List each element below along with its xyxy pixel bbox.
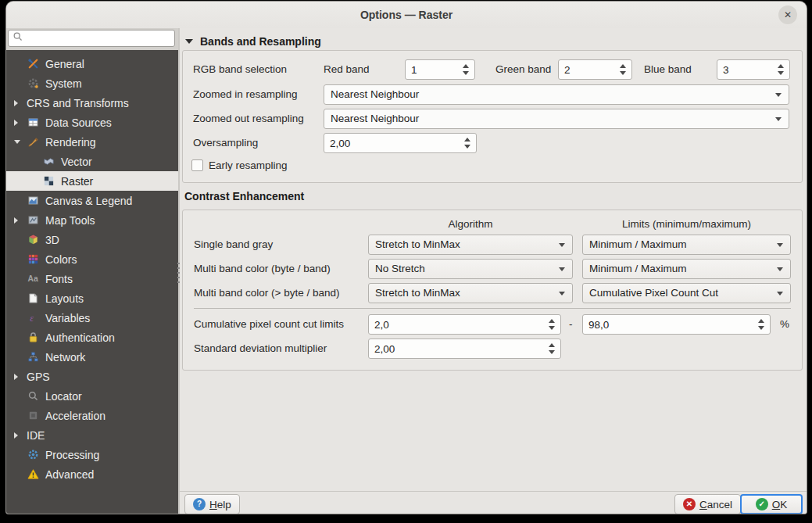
cancel-button[interactable]: ✕ Cancel [674, 494, 741, 514]
spinner-arrows-icon[interactable] [776, 60, 785, 79]
red-band-value[interactable] [406, 60, 464, 79]
ok-button[interactable]: ✓ OK [740, 494, 803, 514]
dropdown-arrow-icon [559, 267, 565, 271]
svg-text:ε: ε [30, 313, 34, 324]
single-band-gray-algorithm-value: Stretch to MinMax [375, 238, 460, 250]
multi-band-gt-byte-algorithm-select[interactable]: Stretch to MinMax [368, 283, 573, 303]
range-dash-label: - [569, 314, 573, 335]
sidebar-item-authentication[interactable]: Authentication [6, 328, 178, 347]
sidebar-item-colors[interactable]: Colors [6, 249, 178, 269]
green-band-label: Green band [495, 59, 551, 80]
raster-settings-panel: Bands and Resampling RGB band selection … [180, 28, 807, 514]
spinner-arrows-icon[interactable] [547, 315, 556, 334]
sidebar-item-network[interactable]: Network [6, 347, 178, 367]
data-sources-icon [27, 116, 40, 129]
dropdown-arrow-icon [777, 243, 783, 247]
chevron-right-icon[interactable] [14, 217, 27, 224]
cumulative-cut-limits-label: Cumulative pixel count cut limits [194, 314, 344, 335]
green-band-value[interactable] [559, 60, 621, 79]
footer-separator [180, 491, 807, 492]
raster-icon [42, 175, 55, 188]
blue-band-value[interactable] [717, 60, 779, 79]
contrast-group-title: Contrast Enhancement [184, 190, 304, 202]
multi-band-gt-byte-limits-select[interactable]: Cumulative Pixel Count Cut [582, 283, 791, 303]
sidebar-item-data-sources[interactable]: Data Sources [6, 113, 178, 132]
colors-icon [27, 253, 40, 266]
sidebar-item-canvas-legend[interactable]: Canvas & Legend [6, 191, 178, 210]
multi-band-gt-byte-limits-value: Cumulative Pixel Count Cut [589, 287, 718, 299]
sidebar-item-label: Processing [45, 449, 99, 461]
spinner-arrows-icon[interactable] [757, 315, 766, 334]
green-band-spinner[interactable] [558, 59, 632, 80]
sidebar-item-3d[interactable]: 3D [6, 230, 178, 249]
multi-band-byte-limits-select[interactable]: Minimum / Maximum [582, 259, 791, 279]
sidebar-item-label: Authentication [45, 331, 115, 344]
bands-group-header[interactable]: Bands and Resampling [185, 35, 321, 48]
help-button[interactable]: ? Help [184, 494, 240, 514]
sidebar-item-acceleration[interactable]: Acceleration [6, 406, 178, 425]
sidebar-item-advanced[interactable]: Advanced [6, 464, 178, 484]
sidebar-item-raster[interactable]: Raster [6, 171, 178, 191]
general-icon [27, 58, 40, 70]
cumulative-max-value[interactable] [583, 315, 760, 334]
zoomed-out-resampling-label: Zoomed out resampling [193, 109, 304, 129]
spinner-arrows-icon[interactable] [547, 339, 556, 358]
chevron-down-icon[interactable] [14, 140, 27, 144]
sidebar-item-general[interactable]: General [6, 54, 178, 73]
locator-icon [27, 390, 40, 403]
system-icon [27, 77, 40, 90]
search-bar [6, 28, 178, 50]
sidebar-item-map-tools[interactable]: Map Tools [6, 210, 178, 230]
spinner-arrows-icon[interactable] [618, 60, 628, 79]
spinner-arrows-icon[interactable] [461, 60, 470, 79]
chevron-right-icon[interactable] [14, 432, 27, 439]
multi-band-byte-algorithm-select[interactable]: No Stretch [368, 259, 573, 279]
sidebar-item-label: Advanced [45, 468, 94, 481]
single-band-gray-limits-select[interactable]: Minimum / Maximum [582, 235, 791, 255]
cumulative-max-spinner[interactable] [582, 314, 771, 335]
cumulative-min-spinner[interactable] [368, 314, 561, 335]
sidebar-item-ide[interactable]: IDE [6, 425, 178, 445]
single-band-gray-label: Single band gray [194, 235, 273, 255]
dropdown-arrow-icon [777, 292, 783, 296]
sidebar-item-crs-and-transforms[interactable]: CRS and Transforms [6, 93, 178, 113]
bands-groupbox: RGB band selection Red band Green band B… [182, 50, 803, 183]
sidebar-item-label: Network [45, 351, 85, 364]
oversampling-spinner[interactable] [324, 133, 477, 153]
oversampling-value[interactable] [324, 134, 466, 152]
search-input[interactable] [8, 30, 175, 47]
chevron-right-icon[interactable] [14, 120, 27, 126]
sidebar-item-fonts[interactable]: AaFonts [6, 269, 178, 288]
red-band-spinner[interactable] [405, 59, 475, 80]
sidebar-item-variables[interactable]: εVariables [6, 308, 178, 328]
zoomed-in-resampling-select[interactable]: Nearest Neighbour [324, 84, 789, 105]
sidebar-item-layouts[interactable]: Layouts [6, 288, 178, 308]
cumulative-min-value[interactable] [369, 315, 550, 334]
sidebar-item-system[interactable]: System [6, 73, 178, 93]
rgb-band-selection-label: RGB band selection [193, 59, 287, 80]
stddev-multiplier-value[interactable] [369, 339, 550, 358]
sidebar-item-rendering[interactable]: Rendering [6, 132, 178, 152]
chevron-right-icon[interactable] [14, 374, 27, 380]
zoomed-out-resampling-value: Nearest Neighbour [331, 113, 419, 124]
spinner-arrows-icon[interactable] [463, 134, 472, 152]
chevron-right-icon[interactable] [14, 100, 27, 106]
sidebar-item-vector[interactable]: Vector [6, 152, 178, 171]
sidebar-item-label: IDE [27, 429, 45, 442]
stddev-multiplier-label: Standard deviation multiplier [194, 339, 327, 359]
stddev-multiplier-spinner[interactable] [368, 339, 561, 359]
sidebar-item-gps[interactable]: GPS [6, 367, 178, 386]
sidebar-item-label: Vector [61, 156, 92, 168]
sidebar-item-label: Variables [45, 312, 90, 324]
close-button[interactable]: ✕ [778, 5, 797, 24]
single-band-gray-algorithm-select[interactable]: Stretch to MinMax [368, 235, 573, 255]
zoomed-out-resampling-select[interactable]: Nearest Neighbour [324, 109, 789, 129]
settings-nav-list: GeneralSystemCRS and TransformsData Sour… [6, 50, 178, 514]
sidebar-item-label: Acceleration [45, 410, 106, 422]
sidebar-item-locator[interactable]: Locator [6, 386, 178, 406]
sidebar-item-processing[interactable]: Processing [6, 445, 178, 464]
blue-band-spinner[interactable] [717, 59, 790, 80]
early-resampling-checkbox[interactable] [191, 159, 203, 171]
contrast-groupbox: Algorithm Limits (minimum/maximum) Singl… [182, 210, 803, 371]
search-icon [13, 31, 23, 45]
